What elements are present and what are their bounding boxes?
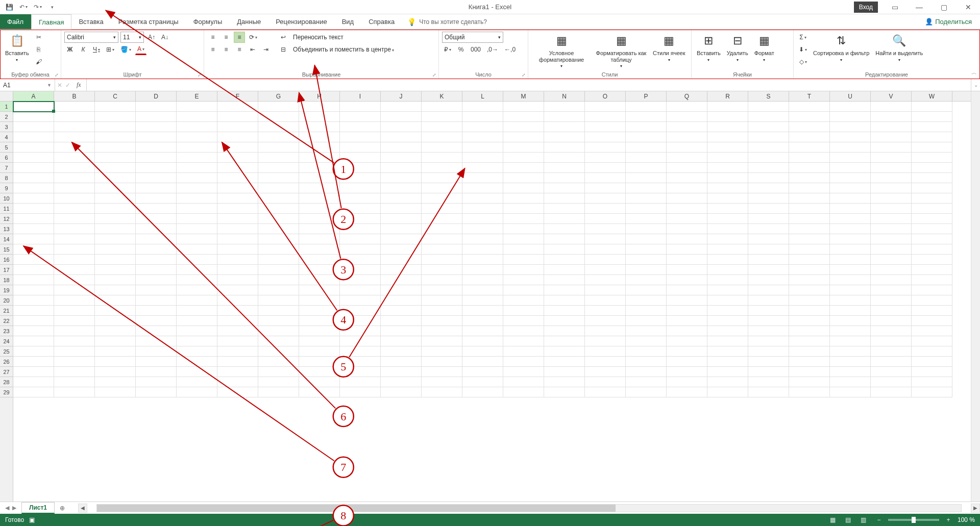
cell[interactable] bbox=[789, 214, 830, 224]
cell[interactable] bbox=[54, 244, 95, 255]
col-header-E[interactable]: E bbox=[177, 91, 217, 101]
cell[interactable] bbox=[544, 132, 585, 142]
cell[interactable] bbox=[136, 102, 177, 112]
cell[interactable] bbox=[217, 326, 258, 336]
cell[interactable] bbox=[503, 224, 544, 234]
cell[interactable] bbox=[748, 336, 789, 346]
qat-customize-icon[interactable]: ▾ bbox=[47, 2, 57, 12]
cell[interactable] bbox=[258, 204, 299, 214]
cell[interactable] bbox=[381, 275, 422, 285]
cell[interactable] bbox=[136, 132, 177, 142]
cell[interactable] bbox=[299, 275, 340, 285]
cell[interactable] bbox=[830, 265, 871, 275]
cell[interactable] bbox=[136, 173, 177, 183]
cell[interactable] bbox=[136, 275, 177, 285]
cell[interactable] bbox=[871, 112, 912, 122]
align-right-icon[interactable]: ≡ bbox=[234, 44, 245, 55]
cell[interactable] bbox=[177, 367, 217, 377]
cell[interactable] bbox=[299, 234, 340, 244]
cell[interactable] bbox=[136, 255, 177, 265]
cell[interactable] bbox=[381, 183, 422, 193]
row-header-3[interactable]: 3 bbox=[0, 122, 13, 132]
cell[interactable] bbox=[830, 326, 871, 336]
cell[interactable] bbox=[422, 204, 462, 214]
cell[interactable] bbox=[217, 346, 258, 357]
cell[interactable] bbox=[217, 183, 258, 193]
cell[interactable] bbox=[13, 316, 54, 326]
cell[interactable] bbox=[748, 387, 789, 397]
cell[interactable] bbox=[462, 316, 503, 326]
cell[interactable] bbox=[381, 377, 422, 387]
cell[interactable] bbox=[13, 326, 54, 336]
cell[interactable] bbox=[462, 326, 503, 336]
cell[interactable] bbox=[422, 306, 462, 316]
cell[interactable] bbox=[217, 214, 258, 224]
cell[interactable] bbox=[871, 234, 912, 244]
col-header-G[interactable]: G bbox=[258, 91, 299, 101]
cell[interactable] bbox=[503, 153, 544, 163]
cell[interactable] bbox=[422, 316, 462, 326]
cell[interactable] bbox=[544, 112, 585, 122]
cell[interactable] bbox=[871, 295, 912, 306]
cell[interactable] bbox=[95, 183, 136, 193]
cell[interactable] bbox=[707, 122, 748, 132]
tab-page-layout[interactable]: Разметка страницы bbox=[111, 14, 186, 29]
cell[interactable] bbox=[667, 306, 707, 316]
cell[interactable] bbox=[667, 265, 707, 275]
cell[interactable] bbox=[626, 306, 667, 316]
cell[interactable] bbox=[748, 357, 789, 367]
col-header-J[interactable]: J bbox=[381, 91, 422, 101]
cell[interactable] bbox=[381, 132, 422, 142]
cell[interactable] bbox=[299, 224, 340, 234]
redo-icon[interactable]: ↷ bbox=[33, 2, 43, 12]
cell[interactable] bbox=[54, 224, 95, 234]
cell[interactable] bbox=[258, 183, 299, 193]
cell[interactable] bbox=[462, 132, 503, 142]
cell[interactable] bbox=[462, 275, 503, 285]
collapse-ribbon-icon[interactable]: ︿ bbox=[971, 69, 977, 77]
sheet-nav-next-icon[interactable]: ▶ bbox=[11, 504, 17, 512]
cell[interactable] bbox=[299, 132, 340, 142]
cell[interactable] bbox=[707, 204, 748, 214]
cell[interactable] bbox=[544, 142, 585, 153]
cell[interactable] bbox=[707, 316, 748, 326]
cell[interactable] bbox=[422, 224, 462, 234]
cell[interactable] bbox=[258, 102, 299, 112]
cell[interactable] bbox=[462, 112, 503, 122]
cell[interactable] bbox=[462, 377, 503, 387]
col-header-V[interactable]: V bbox=[871, 91, 912, 101]
cell[interactable] bbox=[422, 346, 462, 357]
share-button[interactable]: 👤 Поделиться bbox=[925, 14, 972, 29]
cell[interactable] bbox=[136, 265, 177, 275]
cell[interactable] bbox=[217, 204, 258, 214]
cancel-formula-icon[interactable]: ✕ bbox=[57, 82, 62, 89]
cell[interactable] bbox=[544, 316, 585, 326]
cell[interactable] bbox=[585, 112, 626, 122]
cell[interactable] bbox=[258, 244, 299, 255]
cell[interactable] bbox=[544, 387, 585, 397]
cell[interactable] bbox=[217, 306, 258, 316]
font-size-input[interactable]: 11▾ bbox=[120, 32, 144, 43]
cell[interactable] bbox=[340, 204, 381, 214]
cell[interactable] bbox=[503, 255, 544, 265]
tab-data[interactable]: Данные bbox=[230, 14, 268, 29]
cell[interactable] bbox=[667, 295, 707, 306]
cell[interactable] bbox=[707, 367, 748, 377]
cell[interactable] bbox=[748, 306, 789, 316]
cell[interactable] bbox=[136, 285, 177, 295]
cell[interactable] bbox=[871, 153, 912, 163]
cell[interactable] bbox=[381, 102, 422, 112]
cell[interactable] bbox=[177, 255, 217, 265]
cell[interactable] bbox=[585, 306, 626, 316]
cell[interactable] bbox=[299, 214, 340, 224]
cell[interactable] bbox=[13, 387, 54, 397]
cell[interactable] bbox=[503, 387, 544, 397]
cell[interactable] bbox=[299, 244, 340, 255]
cell[interactable] bbox=[830, 234, 871, 244]
cell[interactable] bbox=[258, 153, 299, 163]
enter-formula-icon[interactable]: ✓ bbox=[65, 82, 70, 89]
cell[interactable] bbox=[585, 224, 626, 234]
cell[interactable] bbox=[544, 367, 585, 377]
cell[interactable] bbox=[381, 357, 422, 367]
fill-color-icon[interactable]: 🪣 bbox=[118, 44, 133, 55]
